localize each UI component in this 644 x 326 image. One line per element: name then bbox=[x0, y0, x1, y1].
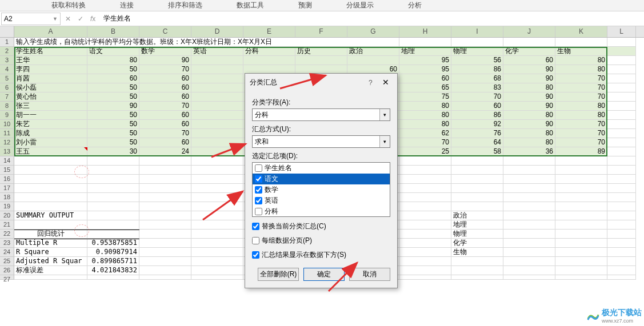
cell[interactable] bbox=[14, 193, 87, 202]
cell[interactable] bbox=[503, 266, 555, 275]
select-all-corner[interactable] bbox=[0, 26, 14, 37]
cell[interactable] bbox=[191, 220, 243, 230]
cell[interactable]: 70 bbox=[555, 83, 607, 92]
item-checkbox[interactable] bbox=[255, 175, 262, 183]
cell[interactable] bbox=[607, 193, 636, 202]
cell[interactable] bbox=[503, 166, 555, 175]
cell[interactable]: 70 bbox=[555, 120, 607, 129]
cell[interactable] bbox=[139, 239, 191, 248]
cell[interactable] bbox=[451, 257, 503, 266]
col-header[interactable]: E bbox=[243, 26, 295, 37]
cell[interactable] bbox=[555, 239, 607, 248]
cell[interactable] bbox=[191, 65, 243, 74]
cell[interactable]: 90 bbox=[503, 102, 555, 111]
cell[interactable] bbox=[607, 184, 636, 193]
cell[interactable]: 68 bbox=[451, 74, 503, 83]
cell[interactable] bbox=[555, 248, 607, 257]
row-header[interactable]: 1 bbox=[0, 38, 14, 47]
cell[interactable]: 地理 bbox=[451, 220, 503, 230]
cell[interactable]: 70 bbox=[555, 129, 607, 138]
cell[interactable]: Multiple R bbox=[14, 239, 87, 248]
cell[interactable] bbox=[607, 120, 636, 129]
cell[interactable]: 肖茜 bbox=[14, 74, 87, 83]
cell[interactable] bbox=[191, 138, 243, 147]
cell[interactable] bbox=[503, 275, 555, 280]
cell[interactable]: 学生姓名 bbox=[14, 47, 87, 56]
cell[interactable]: 90 bbox=[503, 65, 555, 74]
row-header[interactable]: 23 bbox=[0, 239, 14, 248]
row-header[interactable]: 4 bbox=[0, 65, 14, 74]
cell[interactable] bbox=[607, 47, 636, 56]
cell[interactable]: R Square bbox=[14, 248, 87, 257]
cell[interactable] bbox=[503, 257, 555, 266]
col-header[interactable]: L bbox=[607, 26, 636, 37]
cell[interactable]: 朱艺 bbox=[14, 120, 87, 129]
row-header[interactable]: 19 bbox=[0, 202, 14, 211]
cell[interactable] bbox=[399, 257, 451, 266]
row-header[interactable]: 11 bbox=[0, 129, 14, 138]
replace-checkbox[interactable] bbox=[252, 223, 259, 230]
row-header[interactable]: 15 bbox=[0, 166, 14, 175]
cell[interactable]: 25 bbox=[399, 147, 451, 156]
cell[interactable]: 化学 bbox=[451, 239, 503, 248]
row-header[interactable]: 3 bbox=[0, 56, 14, 65]
item-checkbox[interactable] bbox=[255, 197, 262, 204]
row-header[interactable]: 2 bbox=[0, 47, 14, 56]
row-header[interactable]: 13 bbox=[0, 147, 14, 156]
row-header[interactable]: 6 bbox=[0, 83, 14, 92]
listbox-item[interactable]: 学生姓名 bbox=[253, 163, 390, 174]
cell[interactable] bbox=[451, 166, 503, 175]
cell[interactable]: 75 bbox=[399, 92, 451, 102]
cell[interactable]: 89 bbox=[555, 147, 607, 156]
row-header[interactable]: 21 bbox=[0, 220, 14, 230]
cell[interactable] bbox=[191, 111, 243, 120]
cell[interactable] bbox=[399, 211, 451, 220]
cell[interactable] bbox=[14, 202, 87, 211]
cell[interactable] bbox=[503, 230, 555, 239]
ribbon-tab[interactable]: 连接 bbox=[103, 1, 151, 10]
cell[interactable]: 物理 bbox=[451, 230, 503, 239]
cell[interactable] bbox=[399, 275, 451, 280]
cell[interactable]: 地理 bbox=[399, 47, 451, 56]
cell[interactable] bbox=[139, 275, 191, 280]
cell[interactable] bbox=[503, 248, 555, 257]
cell[interactable] bbox=[399, 220, 451, 230]
cell[interactable] bbox=[139, 202, 191, 211]
cell[interactable] bbox=[555, 166, 607, 175]
cell[interactable] bbox=[399, 166, 451, 175]
cell[interactable]: 70 bbox=[139, 129, 191, 138]
ribbon-tab[interactable]: 数据工具 bbox=[219, 1, 281, 10]
row-header[interactable]: 20 bbox=[0, 211, 14, 220]
cell[interactable] bbox=[87, 220, 139, 230]
row-header[interactable]: 12 bbox=[0, 138, 14, 147]
row-header[interactable]: 18 bbox=[0, 193, 14, 202]
row-header[interactable]: 9 bbox=[0, 111, 14, 120]
cell[interactable] bbox=[191, 129, 243, 138]
cell[interactable]: 62 bbox=[399, 129, 451, 138]
cancel-button[interactable]: 取消 bbox=[349, 268, 390, 281]
cell[interactable]: 80 bbox=[555, 111, 607, 120]
cell[interactable]: 0.953875851 bbox=[87, 239, 139, 248]
cell[interactable] bbox=[87, 193, 139, 202]
ribbon-tab[interactable]: 分析 bbox=[391, 1, 439, 10]
row-header[interactable]: 14 bbox=[0, 156, 14, 166]
cell[interactable]: 60 bbox=[87, 74, 139, 83]
cell[interactable]: 90 bbox=[503, 92, 555, 102]
cell[interactable] bbox=[87, 230, 139, 239]
ribbon-tab[interactable]: 分级显示 bbox=[329, 1, 391, 10]
cell[interactable]: 李四 bbox=[14, 65, 87, 74]
cell[interactable]: 76 bbox=[451, 129, 503, 138]
cell[interactable] bbox=[191, 166, 243, 175]
cancel-icon[interactable]: ✕ bbox=[64, 15, 72, 23]
cell[interactable] bbox=[503, 156, 555, 166]
col-header[interactable]: J bbox=[503, 26, 555, 37]
ribbon-tab[interactable]: 排序和筛选 bbox=[151, 1, 219, 10]
cell[interactable]: 70 bbox=[555, 92, 607, 102]
col-header[interactable]: D bbox=[191, 26, 243, 37]
cell[interactable] bbox=[399, 156, 451, 166]
cell[interactable]: 60 bbox=[139, 74, 191, 83]
cell[interactable] bbox=[191, 56, 243, 65]
cell[interactable]: 张三 bbox=[14, 102, 87, 111]
replace-checkbox-row[interactable]: 替换当前分类汇总(C) bbox=[252, 222, 390, 231]
cell[interactable] bbox=[139, 156, 191, 166]
